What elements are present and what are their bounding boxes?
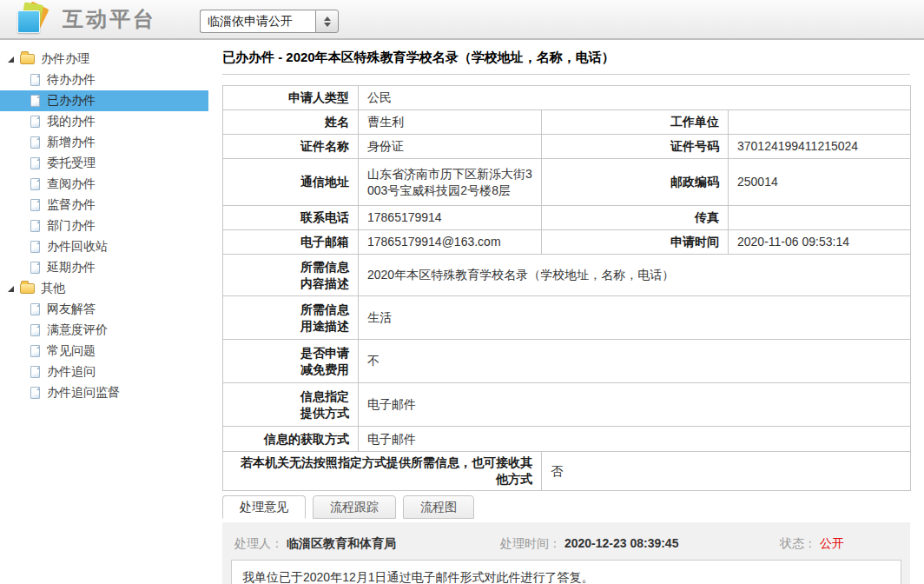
page-icon [30,178,40,190]
result-tabs: 处理意见 流程跟踪 流程图 [222,495,910,519]
sidebar-item-my-cases[interactable]: 我的办件 [0,111,208,132]
channel-select[interactable]: 临淄依申请公开 [200,10,339,33]
page-icon [30,387,40,399]
sidebar-item-supervise-cases[interactable]: 监督办件 [0,195,208,216]
expand-triangle-icon[interactable] [8,286,14,292]
sidebar-item-satisfaction-rating[interactable]: 满意度评价 [0,320,208,341]
field-label: 姓名 [223,110,359,135]
sidebar-item-faq[interactable]: 常见问题 [0,341,208,362]
sidebar-item-entrusted-acceptance[interactable]: 委托受理 [0,153,208,174]
field-value: 370124199411215024 [729,135,911,159]
handle-time-value: 2020-12-23 08:39:45 [564,536,679,550]
field-label: 是否申请 减免费用 [223,340,359,383]
field-value: 不 [359,340,911,383]
sidebar-item-pending-cases[interactable]: 待办办件 [0,70,208,90]
field-value: 曹生利 [359,110,542,135]
field-value: 身份证 [359,135,542,159]
page-icon [30,95,40,107]
handler-group: 处理人： 临淄区教育和体育局 [234,536,396,552]
page-icon [30,262,40,274]
tab-handling-opinion[interactable]: 处理意见 [222,495,306,519]
tab-flowchart[interactable]: 流程图 [403,495,474,519]
field-label: 申请人类型 [223,86,359,110]
table-row: 电子邮箱 17865179914@163.com 申请时间 2020-11-06… [223,230,911,255]
field-value [729,206,911,230]
field-label: 传真 [542,206,729,230]
status-badge: 公开 [820,536,844,550]
app-header: 互动平台 临淄依申请公开 [0,0,924,40]
sidebar-item-netizen-answers[interactable]: 网友解答 [0,299,208,320]
sidebar-item-done-cases[interactable]: 已办办件 [0,90,208,111]
sidebar-item-case-recycle-bin[interactable]: 办件回收站 [0,236,208,257]
page-icon [30,116,40,128]
sidebar-item-department-cases[interactable]: 部门办件 [0,216,208,236]
sidebar-item-delayed-cases[interactable]: 延期办件 [0,257,208,278]
page-icon [30,157,40,169]
field-value: 17865179914 [359,206,542,230]
channel-select-value[interactable]: 临淄依申请公开 [200,10,315,33]
field-value: 电子邮件 [359,383,911,427]
page-icon [30,199,40,211]
page-icon [30,303,40,315]
field-label: 申请时间 [542,230,729,255]
page-icon [30,241,40,253]
sidebar-item-case-followup[interactable]: 办件追问 [0,362,208,382]
table-row: 信息指定 提供方式 电子邮件 [223,383,911,427]
page-icon [30,74,40,86]
sidebar-group-case-handling[interactable]: 办件办理 [0,49,208,70]
handle-time-group: 处理时间： 2020-12-23 08:39:45 [500,536,678,552]
status-label: 状态： [780,536,816,550]
field-value: 公民 [359,86,911,110]
table-row: 所需信息 内容描述 2020年本区特殊教育学校名录（学校地址，名称，电话） [223,255,911,296]
table-row: 姓名 曹生利 工作单位 [223,110,911,135]
field-value: 否 [542,452,911,491]
page-icon [30,366,40,378]
handler-value: 临淄区教育和体育局 [287,536,396,550]
app-title: 互动平台 [63,5,156,33]
sidebar-item-new-case[interactable]: 新增办件 [0,132,208,153]
table-row: 若本机关无法按照指定方式提供所需信息，也可接收其他方式 否 [223,452,911,491]
field-value: 电子邮件 [359,427,911,452]
field-value: 2020-11-06 09:53:14 [729,230,911,255]
field-label: 信息指定 提供方式 [223,383,359,427]
field-label: 所需信息 内容描述 [223,255,359,296]
field-value: 17865179914@163.com [359,230,542,255]
table-row: 申请人类型 公民 [223,86,911,110]
handling-opinion-panel: 处理人： 临淄区教育和体育局 处理时间： 2020-12-23 08:39:45… [222,522,910,584]
select-spinner-icon[interactable] [315,10,339,33]
table-row: 联系电话 17865179914 传真 [223,206,911,230]
handler-label: 处理人： [234,536,283,550]
expand-triangle-icon[interactable] [8,56,14,63]
field-value [729,110,911,135]
table-row: 所需信息 用途描述 生活 [223,296,911,340]
field-value: 山东省济南市历下区新泺大街3003号宝威科技园2号楼8层 [359,159,542,206]
folder-icon [20,54,35,64]
application-detail-table: 申请人类型 公民 姓名 曹生利 工作单位 证件名称 身份证 证件号码 37012… [222,85,911,491]
handle-time-label: 处理时间： [500,536,561,550]
field-label: 工作单位 [542,110,729,135]
field-label: 若本机关无法按照指定方式提供所需信息，也可接收其他方式 [223,452,542,491]
sidebar-item-review-cases[interactable]: 查阅办件 [0,174,208,195]
page-icon [30,345,40,357]
table-row: 是否申请 减免费用 不 [223,340,911,383]
table-row: 信息的获取方式 电子邮件 [223,427,911,452]
app-logo-icon [14,3,50,36]
page-icon [30,324,40,336]
field-value: 2020年本区特殊教育学校名录（学校地址，名称，电话） [359,255,911,296]
field-label: 证件名称 [223,135,359,159]
folder-icon [20,283,35,294]
page-title: 已办办件 - 2020年本区特殊教育学校名录（学校地址，名称，电话） [222,50,910,75]
field-label: 电子邮箱 [223,230,359,255]
sidebar-group-other[interactable]: 其他 [0,278,208,299]
field-label: 联系电话 [223,206,359,230]
field-label: 通信地址 [223,159,359,206]
page-icon [30,220,40,232]
table-row: 证件名称 身份证 证件号码 370124199411215024 [223,135,911,159]
field-label: 证件号码 [542,135,729,159]
tab-process-tracking[interactable]: 流程跟踪 [313,495,396,519]
field-value: 250014 [729,159,911,206]
sidebar-tree: 办件办理 待办办件 已办办件 我的办件 新增办件 委托受理 查阅办件 监督办件 … [0,42,208,584]
page-icon [30,136,40,149]
table-row: 通信地址 山东省济南市历下区新泺大街3003号宝威科技园2号楼8层 邮政编码 2… [223,159,911,206]
sidebar-item-case-followup-supervision[interactable]: 办件追问监督 [0,382,208,403]
